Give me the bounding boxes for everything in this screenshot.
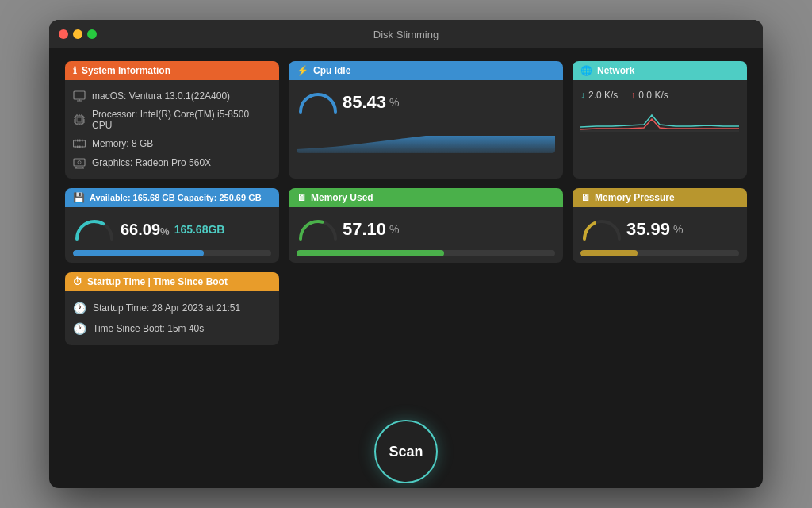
timer-icon: 🕐 [73,322,86,335]
cpu-gauge [297,90,339,115]
list-item: Graphics: Radeon Pro 560X [73,153,271,172]
list-item: Processor: Intel(R) Core(TM) i5-8500 CPU [73,106,271,134]
svg-rect-18 [75,140,76,142]
svg-rect-0 [74,91,85,99]
svg-rect-20 [79,140,81,142]
memory-pressure-header: 🖥 Memory Pressure [573,188,747,207]
memory-used-gauge-container: 57.10 % [297,214,555,245]
disk-card: 💾 Available: 165.68 GB Capacity: 250.69 … [65,188,279,263]
memory-pressure-gauge [580,217,623,242]
network-chart [580,107,739,139]
svg-rect-23 [77,146,79,148]
memory-used-value: 57.10 [343,219,386,240]
svg-rect-25 [82,146,83,148]
svg-rect-3 [75,116,83,124]
cpu-value: 85.43 [343,92,386,113]
monitor-icon [73,90,86,102]
cpu-idle-card: ⚡ Cpu Idle 85.43 % [289,61,563,179]
memory-used-icon: 🖥 [297,192,306,203]
memory-pressure-body: 35.99 % [573,207,747,263]
system-info-card: ℹ System Information macOS: Ventura 13.0… [65,61,279,179]
graphics-icon [73,156,86,169]
cpu-unit: % [389,96,399,109]
svg-rect-24 [79,146,81,148]
memory-used-header: 🖥 Memory Used [289,188,563,207]
svg-rect-26 [74,159,85,166]
row-1: ℹ System Information macOS: Ventura 13.0… [65,61,747,179]
memory-used-gauge [297,217,339,242]
boot-time-item: 🕐 Time Since Boot: 15m 40s [73,318,271,339]
download-icon: ↓ [580,90,585,101]
system-info-header: ℹ System Information [65,61,279,80]
upload-stat: ↑ 0.0 K/s [630,90,668,101]
cpu-icon [73,114,86,126]
memory-pressure-value: 35.99 [626,219,670,240]
cpu-header-icon: ⚡ [297,65,308,76]
disk-icon: 💾 [73,192,85,203]
disk-percent: 66.09% [121,221,170,239]
disk-gauge [73,217,116,242]
startup-card: ⏱ Startup Time | Time Since Boot 🕐 Start… [65,272,279,345]
cpu-gauge-container: 85.43 % [297,87,555,118]
memory-pressure-progress-bar [580,250,739,256]
startup-time-item: 🕐 Startup Time: 28 Apr 2023 at 21:51 [73,298,271,318]
maximize-button[interactable] [87,29,97,39]
scan-button[interactable]: Scan [374,420,438,483]
svg-rect-4 [77,117,82,122]
disk-header: 💾 Available: 165.68 GB Capacity: 250.69 … [65,188,279,207]
memory-pressure-progress-fill [580,250,638,256]
startup-header: ⏱ Startup Time | Time Since Boot [65,272,279,291]
memory-used-card: 🖥 Memory Used 57.10 % [289,188,563,263]
network-card: 🌐 Network ↓ 2.0 K/s ↑ 0.0 K/s [573,61,747,179]
disk-progress-bar [73,250,271,256]
titlebar: Disk Slimming [49,20,763,48]
traffic-lights [59,29,97,39]
main-content: ℹ System Information macOS: Ventura 13.0… [49,48,763,412]
cpu-idle-body: 85.43 % [289,80,563,179]
memory-used-unit: % [389,223,399,236]
close-button[interactable] [59,29,68,39]
list-item: macOS: Ventura 13.0.1(22A400) [73,87,271,106]
disk-gauge-row: 66.09% 165.68GB [73,214,271,245]
memory-pressure-gauge-container: 35.99 % [580,214,739,245]
cpu-idle-header: ⚡ Cpu Idle [289,61,563,80]
disk-gb: 165.68GB [174,223,225,236]
cpu-chart [297,121,555,153]
clock-icon: 🕐 [73,302,86,314]
system-info-body: macOS: Ventura 13.0.1(22A400) [65,80,279,179]
memory-pressure-icon: 🖥 [580,192,590,203]
svg-rect-22 [75,146,76,148]
minimize-button[interactable] [73,29,82,39]
memory-used-progress-fill [297,250,444,256]
network-body: ↓ 2.0 K/s ↑ 0.0 K/s [573,80,747,179]
app-window: Disk Slimming ℹ System Information [49,20,763,488]
info-icon: ℹ [73,65,77,76]
network-icon: 🌐 [580,65,592,76]
svg-point-30 [78,161,81,164]
svg-rect-19 [77,140,79,142]
memory-icon [73,137,86,150]
window-title: Disk Slimming [373,29,439,40]
row-2: 💾 Available: 165.68 GB Capacity: 250.69 … [65,188,747,263]
download-stat: ↓ 2.0 K/s [580,90,618,101]
row-3: ⏱ Startup Time | Time Since Boot 🕐 Start… [65,272,747,345]
memory-pressure-unit: % [673,223,683,236]
disk-progress-fill [73,250,204,256]
memory-pressure-card: 🖥 Memory Pressure 35.99 % [573,188,747,263]
network-header: 🌐 Network [573,61,747,80]
memory-used-body: 57.10 % [289,207,563,263]
startup-icon: ⏱ [73,276,82,287]
svg-rect-21 [82,140,83,142]
network-stats: ↓ 2.0 K/s ↑ 0.0 K/s [580,87,739,104]
memory-used-progress-bar [297,250,555,256]
disk-body: 66.09% 165.68GB [65,207,279,263]
startup-body: 🕐 Startup Time: 28 Apr 2023 at 21:51 🕐 T… [65,291,279,345]
scan-section: Scan [49,412,763,488]
upload-icon: ↑ [630,90,635,101]
list-item: Memory: 8 GB [73,134,271,153]
